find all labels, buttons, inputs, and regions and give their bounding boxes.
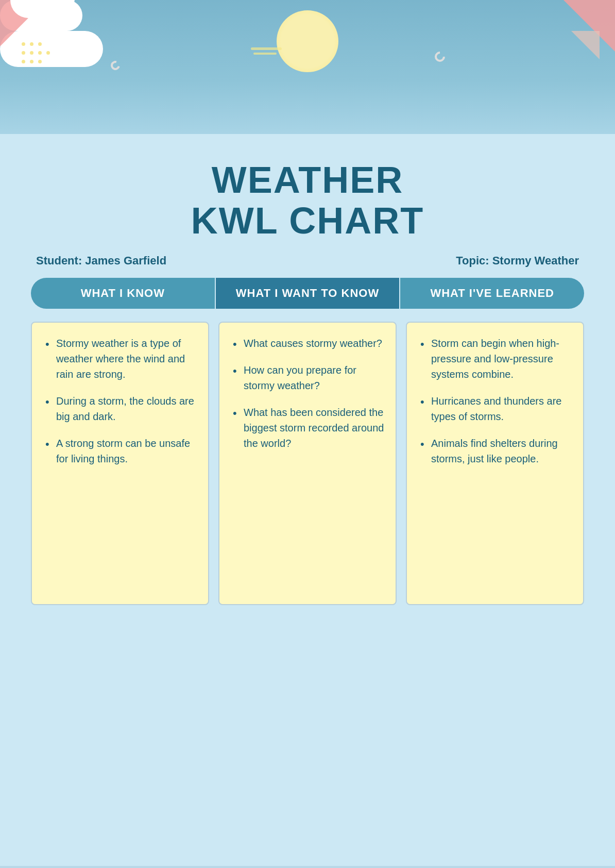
title-line2: KWL CHART bbox=[191, 200, 424, 241]
want-item-1: What causes stormy weather? bbox=[231, 336, 384, 351]
cloud-right-detail bbox=[433, 49, 447, 64]
headers-row: WHAT I KNOW WHAT I WANT TO KNOW WHAT I'V… bbox=[31, 278, 584, 309]
dots-decoration bbox=[21, 41, 51, 68]
want-item-2: How can you prepare for stormy weather? bbox=[231, 362, 384, 393]
main-content: WEATHER KWL CHART Student: James Garfiel… bbox=[0, 134, 615, 866]
topic-label: Topic: Stormy Weather bbox=[456, 254, 579, 268]
header-learned: WHAT I'VE LEARNED bbox=[400, 278, 584, 309]
sun-ray-2 bbox=[253, 53, 277, 55]
decorative-triangle-right2 bbox=[571, 31, 600, 59]
content-grid: Stormy weather is a type of weather wher… bbox=[31, 322, 584, 605]
learned-list: Storm can begin when high-pressure and l… bbox=[418, 336, 572, 466]
learned-item-2: Hurricanes and thunders are types of sto… bbox=[418, 393, 572, 424]
main-title: WEATHER KWL CHART bbox=[31, 160, 584, 241]
col-want: What causes stormy weather? How can you … bbox=[218, 322, 397, 605]
want-list: What causes stormy weather? How can you … bbox=[231, 336, 384, 451]
know-item-1: Stormy weather is a type of weather wher… bbox=[43, 336, 197, 382]
col-learned: Storm can begin when high-pressure and l… bbox=[406, 322, 584, 605]
info-row: Student: James Garfield Topic: Stormy We… bbox=[31, 246, 584, 278]
sun-ray-1 bbox=[251, 47, 282, 50]
title-line1: WEATHER bbox=[212, 159, 404, 201]
cloud-left-detail bbox=[109, 59, 122, 72]
col-know: Stormy weather is a type of weather wher… bbox=[31, 322, 209, 605]
header-want: WHAT I WANT TO KNOW bbox=[216, 278, 400, 309]
sun-illustration bbox=[277, 10, 338, 72]
know-item-3: A strong storm can be unsafe for living … bbox=[43, 436, 197, 466]
header-illustration bbox=[0, 0, 615, 134]
know-item-2: During a storm, the clouds are big and d… bbox=[43, 393, 197, 424]
know-list: Stormy weather is a type of weather wher… bbox=[43, 336, 197, 466]
student-label: Student: James Garfield bbox=[36, 254, 166, 268]
want-item-3: What has been considered the biggest sto… bbox=[231, 405, 384, 451]
learned-item-3: Animals find shelters during storms, jus… bbox=[418, 436, 572, 466]
learned-item-1: Storm can begin when high-pressure and l… bbox=[418, 336, 572, 382]
title-section: WEATHER KWL CHART bbox=[31, 149, 584, 246]
header-know: WHAT I KNOW bbox=[31, 278, 215, 309]
